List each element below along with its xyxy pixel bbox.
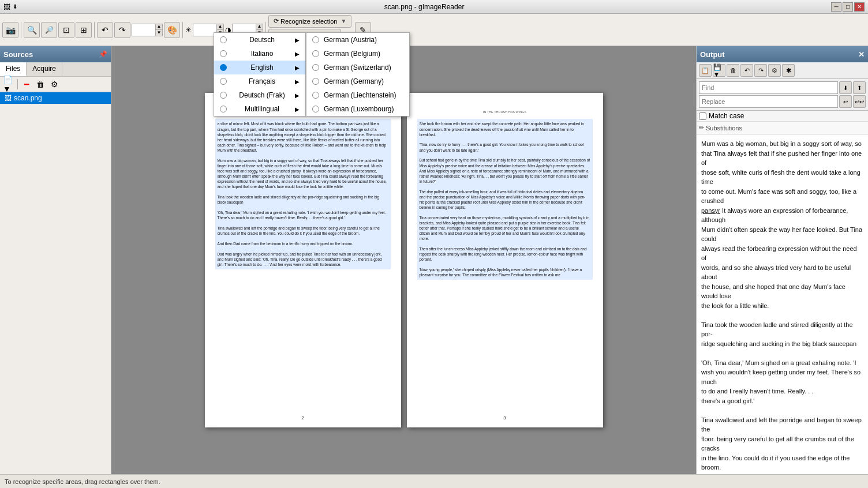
contrast-up-arrow[interactable]: ▲ <box>256 24 263 30</box>
close-button[interactable]: ✕ <box>854 2 865 12</box>
output-text-area[interactable]: Mum was a big woman, but big in a soggy … <box>697 134 868 474</box>
lang-radio-francais <box>220 78 227 85</box>
add-file-button[interactable]: 📄▼ <box>2 78 15 91</box>
rotate-left-button[interactable]: ↶ <box>97 22 113 38</box>
page-2-para3: Tina took the wooden ladle and stirred d… <box>218 194 388 205</box>
submenu-german-liechtenstein[interactable]: German (Liechtenstein) <box>306 88 409 102</box>
find-down-button[interactable]: ⬇ <box>839 81 852 94</box>
brightness-input[interactable]: 0 <box>193 27 216 33</box>
title-bar-left: 🖼 ⬇ <box>3 3 17 11</box>
lang-item-english[interactable]: English ▶ <box>214 61 305 74</box>
page-2-highlighted-text: a slice of mirror left. Most of it was b… <box>215 119 391 269</box>
file-item-scan[interactable]: 🖼 scan.png <box>0 92 111 104</box>
toolbar-sep-1 <box>21 22 21 38</box>
rotate-right-button[interactable]: ↷ <box>114 22 130 38</box>
substitutions-label: Substitutions <box>706 125 742 132</box>
page-4-para3: But school had gone in by the time Tina … <box>420 157 590 183</box>
rotation-down-arrow[interactable]: ▼ <box>155 30 162 36</box>
page-2-number: 2 <box>301 415 304 422</box>
lang-item-english-label: English <box>250 63 273 72</box>
sources-tabs: Files Acquire <box>0 62 111 77</box>
submenu-german-austria[interactable]: German (Austria) <box>306 33 409 47</box>
rotation-arrows: ▲ ▼ <box>155 24 162 36</box>
brightness-icon: ☀ <box>185 26 192 34</box>
output-header: Output ✕ <box>697 46 868 62</box>
german-germany-label: German (Germany) <box>324 77 384 85</box>
page-4-text: She took the broom with her and she swep… <box>420 121 590 137</box>
output-toolbar: 📋 💾▼ 🗑 ↶ ↷ ⚙ ✱ <box>697 62 868 79</box>
rotation-up-arrow[interactable]: ▲ <box>155 24 162 30</box>
lang-item-multilingual[interactable]: Multilingual ▶ <box>214 102 305 116</box>
rotation-input[interactable]: 270.0 <box>132 27 155 33</box>
file-item-label: scan.png <box>14 94 42 102</box>
german-austria-label: German (Austria) <box>324 36 377 44</box>
lang-item-francais[interactable]: Français ▶ <box>214 74 305 88</box>
lang-submenu-arrow-deutsch: ▶ <box>295 37 300 43</box>
page-4-highlighted-text: She took the broom with her and she swep… <box>417 119 593 280</box>
lang-submenu-arrow-english: ▶ <box>295 65 300 71</box>
window-controls: ─ □ ✕ <box>831 2 865 12</box>
page-4-para2: 'Tina, now do try to hurry . . . there's… <box>420 142 590 152</box>
sources-panel: Sources 📌 Files Acquire 📄▼ ━ 🗑 ⚙ 🖼 scan.… <box>0 46 111 474</box>
file-list: 🖼 scan.png <box>0 92 111 474</box>
lang-radio-italiano <box>220 50 227 57</box>
output-copy-button[interactable]: 📋 <box>699 64 712 77</box>
file-icon: 🖼 <box>5 94 12 102</box>
match-case-checkbox[interactable] <box>699 112 706 120</box>
lang-radio-deutsch <box>220 36 227 43</box>
page-4-para7: 'Now, young people,' she chirped crisply… <box>420 267 590 277</box>
lang-item-italiano-label: Italiano <box>251 50 274 58</box>
zoom-in-button[interactable]: 🔎 <box>41 22 57 38</box>
main-area: Sources 📌 Files Acquire 📄▼ ━ 🗑 ⚙ 🖼 scan.… <box>0 46 868 474</box>
title-bar-icon2: ⬇ <box>13 3 17 10</box>
submenu-german-belgium[interactable]: German (Belgium) <box>306 47 409 61</box>
window-title: scan.png - gImageReader <box>17 3 831 11</box>
find-row: ⬇ ⬆ <box>699 81 866 94</box>
replace-all-button[interactable]: ↩↩ <box>853 95 866 108</box>
lang-item-deutsch-frak[interactable]: Deutsch (Frak) ▶ <box>214 88 305 102</box>
output-save-dropdown[interactable]: 💾▼ <box>713 64 725 77</box>
rotation-spinbox: 270.0 ▲ ▼ <box>132 24 163 36</box>
clear-files-button[interactable]: 🗑 <box>34 78 47 91</box>
output-undo-button[interactable]: ↶ <box>740 64 753 77</box>
find-input[interactable] <box>699 81 838 94</box>
zoom-actual-button[interactable]: ⊞ <box>76 22 92 38</box>
toolbar-sep-2 <box>94 22 95 38</box>
remove-file-button[interactable]: ━ <box>20 78 33 91</box>
output-extra-button[interactable]: ✱ <box>782 64 795 77</box>
color-button[interactable]: 🎨 <box>164 22 180 38</box>
output-clear-button[interactable]: 🗑 <box>727 64 739 77</box>
recognize-selection-button[interactable]: ⟳ Recognize selection ▼ <box>268 15 351 28</box>
recognize-dropdown-arrow[interactable]: ▼ <box>341 18 346 24</box>
output-settings-button[interactable]: ⚙ <box>768 64 781 77</box>
submenu-german-switzerland[interactable]: German (Switzerland) <box>306 61 409 74</box>
brightness-up-arrow[interactable]: ▲ <box>216 24 223 30</box>
page-4-para5: Tina concentrated very hard on those mys… <box>420 215 590 241</box>
output-redo-button[interactable]: ↷ <box>754 64 767 77</box>
lang-item-deutsch[interactable]: Deutsch ▶ <box>214 33 305 47</box>
tab-acquire[interactable]: Acquire <box>27 62 62 76</box>
tab-files[interactable]: Files <box>0 62 27 76</box>
page-2-text: a slice of mirror left. Most of it was b… <box>218 121 388 153</box>
replace-one-button[interactable]: ↩ <box>839 95 852 108</box>
file-options-button[interactable]: ⚙ <box>48 78 61 91</box>
maximize-button[interactable]: □ <box>843 2 853 12</box>
submenu-german-luxembourg[interactable]: German (Luxembourg) <box>306 102 409 116</box>
scan-button[interactable]: 📷 <box>2 22 18 38</box>
substitutions-icon: ✏ <box>699 124 704 132</box>
zoom-fit-button[interactable]: ⊡ <box>58 22 74 38</box>
radio-german-austria <box>312 36 319 43</box>
match-case-label: Match case <box>709 112 744 120</box>
replace-input[interactable] <box>699 95 838 108</box>
output-close-button[interactable]: ✕ <box>858 50 865 59</box>
lang-item-italiano[interactable]: Italiano ▶ <box>214 47 305 61</box>
substitutions-button[interactable]: ✏ Substitutions <box>699 124 742 132</box>
radio-german-luxembourg <box>312 106 319 112</box>
sources-pin-button[interactable]: 📌 <box>99 50 107 58</box>
status-text: To recognize specific areas, drag rectan… <box>5 478 160 485</box>
zoom-out-button[interactable]: 🔍 <box>24 22 40 38</box>
page-2-para7: Dad was angry when he picked himself up,… <box>218 251 388 267</box>
find-up-button[interactable]: ⬆ <box>853 81 866 94</box>
submenu-german-germany[interactable]: German (Germany) <box>306 74 409 88</box>
minimize-button[interactable]: ─ <box>831 2 841 12</box>
